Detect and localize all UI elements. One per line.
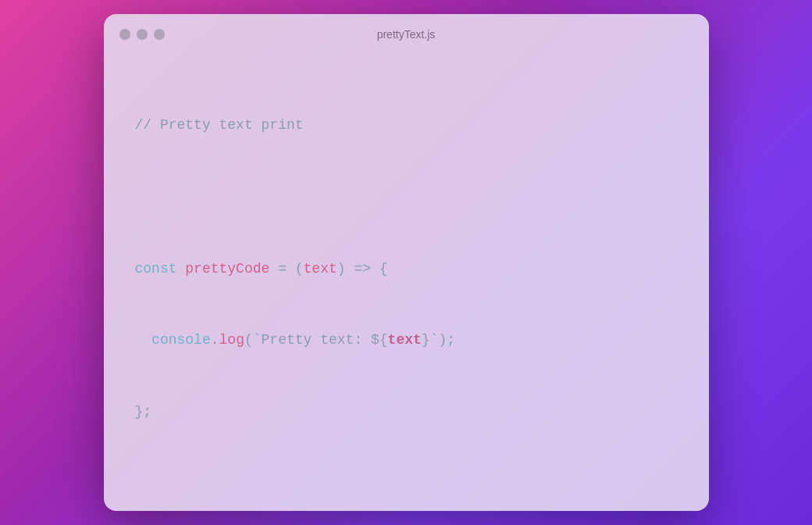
comment-text: // Pretty text print bbox=[135, 117, 304, 133]
traffic-lights bbox=[119, 29, 165, 40]
close-button[interactable] bbox=[119, 29, 130, 40]
console-object: console bbox=[151, 332, 211, 348]
open-paren: ( bbox=[244, 332, 253, 348]
code-area: // Pretty text print const prettyCode = … bbox=[104, 50, 709, 511]
code-line-1: // Pretty text print bbox=[135, 113, 678, 138]
minimize-button[interactable] bbox=[137, 29, 148, 40]
keyword-const: const bbox=[135, 261, 186, 277]
dot: . bbox=[211, 332, 219, 348]
param-text: text bbox=[304, 261, 337, 277]
closing-brace: }; bbox=[135, 404, 152, 420]
code-block: // Pretty text print const prettyCode = … bbox=[135, 66, 678, 472]
equals: = ( bbox=[269, 261, 303, 277]
code-line-4: }; bbox=[135, 400, 678, 424]
template-close: }` bbox=[422, 332, 439, 348]
code-line-2: const prettyCode = (text) => { bbox=[135, 257, 678, 281]
code-window: prettyText.js // Pretty text print const… bbox=[104, 14, 709, 511]
code-line-3: console.log(`Pretty text: ${text}`); bbox=[135, 328, 678, 352]
semi: ); bbox=[438, 332, 455, 348]
func-name: prettyCode bbox=[185, 261, 269, 277]
window-title: prettyText.js bbox=[377, 28, 436, 41]
code-line-blank bbox=[135, 185, 678, 209]
indent bbox=[135, 332, 152, 348]
title-bar: prettyText.js bbox=[104, 14, 709, 50]
maximize-button[interactable] bbox=[154, 29, 165, 40]
template-string: `Pretty text: ${ bbox=[253, 332, 388, 348]
arrow: ) => { bbox=[337, 261, 388, 277]
template-var: text bbox=[388, 332, 422, 348]
log-method: log bbox=[219, 332, 244, 348]
